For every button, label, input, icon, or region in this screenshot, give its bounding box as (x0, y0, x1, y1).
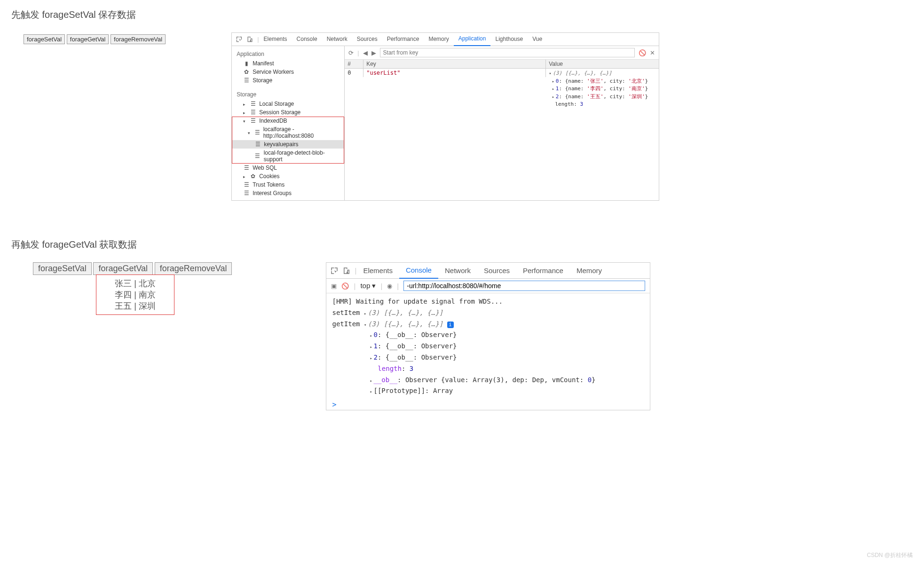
console-line: length: 3 (332, 363, 644, 375)
row-value: (3) [{…}, {…}, {…}] 0: {name: '张三', city… (546, 69, 659, 110)
console-line: setItem (3) [{…}, {…}, {…}] (332, 307, 644, 319)
sidebar-item-manifest[interactable]: ▮Manifest (232, 59, 344, 68)
tab2-sources[interactable]: Sources (477, 263, 516, 278)
console-line: [HMR] Waiting for update signal from WDS… (332, 296, 644, 307)
devtools-tabbar: | Elements Console Network Sources Perfo… (232, 33, 659, 46)
table-icon: ☰ (254, 153, 261, 159)
prev-page-icon[interactable]: ◀ (363, 49, 368, 56)
sidebar-item-service-workers[interactable]: ✿Service Workers (232, 68, 344, 76)
db-icon: ☰ (250, 118, 256, 124)
watermark: CSDN @折桂怀橘 (867, 551, 913, 559)
close-icon[interactable]: ✕ (650, 49, 655, 56)
console-toolbar: ▣ 🚫 | top ▾ | ◉ | (326, 279, 650, 293)
console-line: [[Prototype]]: Array (332, 385, 644, 397)
info-icon[interactable]: i (447, 322, 454, 328)
sidebar-item-idb-keyvaluepairs[interactable]: ☰keyvaluepairs (232, 140, 344, 149)
section1-caption: 先触发 forageSetVal 保存数据 (11, 8, 915, 21)
clear-icon[interactable]: 🚫 (639, 49, 646, 56)
tab-performance[interactable]: Performance (382, 33, 424, 46)
tab-console[interactable]: Console (292, 33, 322, 46)
console-filter-input[interactable] (403, 281, 645, 291)
db-icon: ☰ (243, 165, 250, 171)
forage-get-button-2[interactable]: forageGetVal (93, 262, 153, 275)
key-filter-input[interactable] (380, 48, 635, 57)
console-sidebar-toggle-icon[interactable]: ▣ (331, 282, 337, 290)
sidebar-heading-application: Application (232, 49, 344, 59)
forage-remove-button-2[interactable]: forageRemoveVal (155, 262, 232, 275)
forage-set-button[interactable]: forageSetVal (24, 34, 65, 44)
tab2-memory[interactable]: Memory (570, 263, 608, 278)
db-icon: ☰ (254, 129, 261, 136)
refresh-icon[interactable]: ⟳ (348, 49, 354, 56)
tab-network[interactable]: Network (322, 33, 352, 46)
forage-set-button-2[interactable]: forageSetVal (33, 262, 92, 275)
sidebar-item-storage[interactable]: ☰Storage (232, 76, 344, 85)
sidebar-item-indexeddb[interactable]: ☰IndexedDB (232, 117, 344, 125)
tab-application[interactable]: Application (454, 32, 491, 46)
console-line: getItem (3) [{…}, {…}, {…}] i (332, 319, 644, 330)
storage-icon: ☰ (243, 77, 250, 84)
sidebar-item-cookies[interactable]: ✿Cookies (232, 172, 344, 180)
sidebar-heading-storage: Storage (232, 89, 344, 100)
console-output: [HMR] Waiting for update signal from WDS… (326, 293, 650, 400)
row-key: "userList" (363, 69, 546, 77)
idb-table-row[interactable]: 0 "userList" (3) [{…}, {…}, {…}] 0: {nam… (345, 69, 659, 110)
result-item: 王五 | 深圳 (101, 300, 169, 312)
tab2-console[interactable]: Console (399, 262, 438, 279)
inspect-icon[interactable] (330, 267, 339, 275)
demo-button-row-2: forageSetVal forageGetVal forageRemoveVa… (33, 262, 232, 275)
sidebar-item-interest-groups[interactable]: ☰Interest Groups (232, 189, 344, 197)
sidebar-item-session-storage[interactable]: ☰Session Storage (232, 108, 344, 117)
devtools-console-panel: | Elements Console Network Sources Perfo… (326, 262, 650, 410)
sidebar-item-trust-tokens[interactable]: ☰Trust Tokens (232, 180, 344, 189)
tab2-performance[interactable]: Performance (516, 263, 570, 278)
eye-icon[interactable]: ◉ (387, 282, 392, 290)
tab-elements[interactable]: Elements (259, 33, 292, 46)
gear-icon: ✿ (243, 69, 250, 75)
application-sidebar: Application ▮Manifest ✿Service Workers ☰… (232, 46, 345, 200)
forage-get-button[interactable]: forageGetVal (67, 34, 109, 44)
console-line: 2: {__ob__: Observer} (332, 352, 644, 363)
tab2-network[interactable]: Network (438, 263, 477, 278)
col-key: Key (363, 60, 546, 68)
tab-memory[interactable]: Memory (424, 33, 453, 46)
sidebar-item-local-storage[interactable]: ☰Local Storage (232, 100, 344, 108)
context-selector[interactable]: top ▾ (360, 282, 376, 290)
console-prompt[interactable]: > (326, 400, 650, 410)
cookie-icon: ✿ (250, 173, 256, 180)
next-page-icon[interactable]: ▶ (371, 49, 376, 56)
tab-sources[interactable]: Sources (352, 33, 382, 46)
idb-filterbar: ⟳ | ◀ ▶ 🚫 ✕ (345, 46, 659, 60)
col-index: # (345, 60, 363, 68)
col-value: Value (546, 60, 659, 68)
section2-caption: 再触发 forageGetVal 获取数据 (11, 238, 915, 251)
db-icon: ☰ (243, 190, 250, 196)
sidebar-item-idb-blob-support[interactable]: ☰local-forage-detect-blob-support (232, 149, 344, 164)
devtools2-tabbar: | Elements Console Network Sources Perfo… (326, 263, 650, 279)
manifest-icon: ▮ (243, 60, 250, 67)
devtools-panel: | Elements Console Network Sources Perfo… (231, 32, 659, 201)
row-index: 0 (345, 69, 363, 77)
console-line: __ob__: Observer {value: Array(3), dep: … (332, 375, 644, 386)
device-icon[interactable] (246, 36, 253, 43)
db-icon: ☰ (243, 181, 250, 188)
demo-button-row-1: forageSetVal forageGetVal forageRemoveVa… (24, 34, 166, 44)
clear-console-icon[interactable]: 🚫 (341, 282, 349, 290)
application-main: ⟳ | ◀ ▶ 🚫 ✕ # Key Value 0 (345, 46, 659, 200)
result-item: 李四 | 南京 (101, 289, 169, 300)
table-icon: ☰ (254, 141, 261, 148)
forage-remove-button[interactable]: forageRemoveVal (111, 34, 166, 44)
sidebar-item-idb-database[interactable]: ☰localforage - http://localhost:8080 (232, 125, 344, 140)
tab-vue[interactable]: Vue (528, 33, 547, 46)
result-list-box: 张三 | 北京 李四 | 南京 王五 | 深圳 (96, 275, 174, 314)
sidebar-item-websql[interactable]: ☰Web SQL (232, 164, 344, 172)
db-icon: ☰ (250, 101, 256, 107)
console-line: 1: {__ob__: Observer} (332, 341, 644, 352)
tab-lighthouse[interactable]: Lighthouse (490, 33, 528, 46)
console-line: 0: {__ob__: Observer} (332, 330, 644, 341)
tab2-elements[interactable]: Elements (356, 263, 399, 278)
inspect-icon[interactable] (236, 36, 243, 43)
device-icon[interactable] (342, 267, 351, 275)
db-icon: ☰ (250, 109, 256, 116)
idb-table-header: # Key Value (345, 60, 659, 69)
